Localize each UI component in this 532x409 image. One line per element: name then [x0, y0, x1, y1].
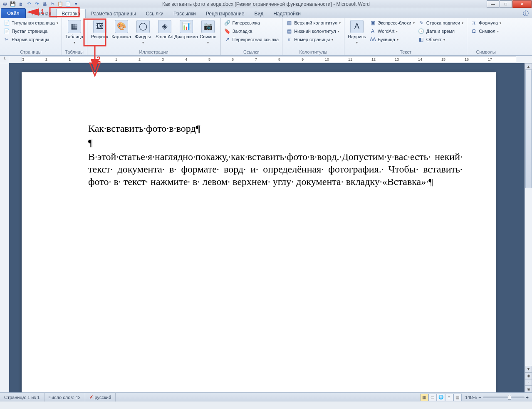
page-number-label: Номер страницы [294, 37, 330, 42]
zoom-slider[interactable] [483, 397, 525, 398]
signature-line-button[interactable]: ✎Строка подписи [417, 19, 464, 27]
maximize-button[interactable]: □ [500, 0, 512, 8]
scroll-down-button[interactable]: ▼ [525, 366, 532, 372]
full-screen-view[interactable]: ▭ [428, 394, 437, 401]
date-time-icon: 🕒 [418, 28, 425, 34]
next-page-button[interactable]: ◉ [525, 386, 532, 392]
word-logo-icon: W [2, 1, 8, 7]
copy-icon[interactable]: 📋 [57, 1, 64, 7]
shapes-label: Фигуры [134, 34, 152, 45]
picture-button[interactable]: 🖼Рисунок [90, 19, 110, 40]
quick-print-icon[interactable]: 🗎 [17, 1, 24, 7]
bookmark-button[interactable]: 🔖Закладка [223, 27, 280, 35]
cover-page-button[interactable]: 📄Титульная страница [2, 19, 59, 27]
group-links: 🔗Гиперссылка 🔖Закладка ↗Перекрестная ссы… [221, 18, 283, 55]
print-icon[interactable]: 🖶 [41, 1, 48, 7]
document-scroll-area[interactable]: Как·вставить·фото·в·ворд¶ ¶ В·этой·стать… [9, 63, 525, 392]
cut-icon[interactable]: ✂ [49, 1, 56, 7]
zoom-knob[interactable] [508, 395, 511, 400]
cross-ref-button[interactable]: ↗Перекрестная ссылка [223, 36, 280, 43]
symbol-button[interactable]: ΩСимвол [470, 27, 502, 35]
page-break-button[interactable]: ✂Разрыв страницы [2, 36, 59, 43]
status-language[interactable]: ✗ русский [85, 393, 116, 402]
zoom-out-button[interactable]: − [478, 395, 481, 400]
browse-object-button[interactable]: ◦ [525, 379, 532, 386]
scroll-thumb[interactable] [525, 70, 532, 188]
horizontal-ruler[interactable]: 3211234567891011121314151617 [22, 56, 516, 62]
minimize-button[interactable]: — [487, 0, 499, 8]
object-button[interactable]: ◧Объект [417, 36, 464, 43]
group-text-label: Текст [347, 49, 464, 55]
page-number-button[interactable]: #Номер страницы [285, 36, 341, 43]
group-text: AНадпись ▣Экспресс-блоки AWordArt ꜲБукви… [344, 18, 467, 55]
prev-page-button[interactable]: ◉ [525, 372, 532, 379]
clipart-button[interactable]: 🎨Картинка [111, 19, 131, 40]
zoom-level[interactable]: 148% [465, 395, 477, 400]
equation-button[interactable]: πФормула [470, 19, 502, 27]
tab-mailings[interactable]: Рассылки [168, 9, 201, 18]
ruler-corner[interactable]: └ [0, 56, 9, 63]
help-icon[interactable]: ⓘ [520, 9, 532, 18]
doc-heading[interactable]: Как·вставить·фото·в·ворд¶ [88, 122, 463, 135]
web-layout-view[interactable]: 🌐 [437, 394, 445, 401]
drop-cap-button[interactable]: ꜲБуквица [369, 36, 416, 43]
tab-review[interactable]: Рецензирование [201, 9, 250, 18]
vertical-ruler[interactable] [0, 63, 9, 392]
zoom-in-button[interactable]: + [526, 395, 529, 400]
smartart-button[interactable]: ◈SmartArt [155, 19, 175, 40]
save-icon[interactable]: 💾 [10, 1, 16, 7]
paste-icon[interactable]: 📄 [65, 1, 72, 7]
doc-empty-para[interactable]: ¶ [88, 136, 463, 149]
header-button[interactable]: ▤Верхний колонтитул [285, 19, 341, 27]
status-bar: Страница: 1 из 1 Число слов: 42 ✗ русски… [0, 392, 532, 402]
tab-references[interactable]: Ссылки [141, 9, 168, 18]
table-button[interactable]: ▦ Таблица [64, 19, 84, 46]
group-illustrations: 🖼Рисунок 🎨Картинка ◯Фигуры ◈SmartArt 📊Ди… [87, 18, 221, 55]
draft-view[interactable]: ▤ [453, 394, 462, 401]
print-layout-view[interactable]: ▦ [420, 394, 428, 401]
close-button[interactable]: ✕ [512, 0, 532, 8]
wordart-icon: A [369, 28, 376, 34]
object-label: Объект [426, 37, 442, 42]
scroll-track[interactable] [525, 70, 532, 366]
outline-view[interactable]: ≡ [445, 394, 453, 401]
ruler-toggle[interactable] [525, 56, 532, 63]
footer-label: Нижний колонтитул [294, 29, 336, 34]
document-page[interactable]: Как·вставить·фото·в·ворд¶ ¶ В·этой·стать… [22, 72, 496, 392]
doc-body[interactable]: В·этой·статье·я·наглядно·покажу,·как·вст… [88, 150, 463, 188]
cross-ref-icon: ↗ [224, 36, 231, 43]
date-time-label: Дата и время [426, 29, 455, 34]
tab-page-layout[interactable]: Разметка страницы [86, 9, 141, 18]
screenshot-button[interactable]: 📷Снимок [198, 19, 218, 46]
quick-parts-button[interactable]: ▣Экспресс-блоки [369, 19, 416, 27]
cover-page-label: Титульная страница [12, 20, 55, 25]
redo-icon[interactable]: ↷ [33, 1, 40, 7]
tab-insert[interactable]: Вставка [56, 9, 86, 18]
status-words[interactable]: Число слов: 42 [45, 393, 85, 402]
blank-page-button[interactable]: 📄Пустая страница [2, 27, 59, 35]
shapes-button[interactable]: ◯Фигуры [133, 19, 153, 46]
tab-addins[interactable]: Надстройки [268, 9, 306, 18]
status-page[interactable]: Страница: 1 из 1 [0, 393, 45, 402]
file-tab[interactable]: Файл [1, 8, 26, 18]
table-icon: ▦ [68, 20, 81, 33]
hyperlink-button[interactable]: 🔗Гиперссылка [223, 19, 280, 27]
chart-button[interactable]: 📊Диаграмма [176, 19, 196, 40]
hyperlink-icon: 🔗 [224, 20, 231, 26]
group-headers-footers-label: Колонтитулы [285, 49, 341, 55]
status-language-label: русский [95, 395, 111, 400]
group-links-label: Ссылки [223, 49, 280, 55]
tab-view[interactable]: Вид [249, 9, 268, 18]
footer-button[interactable]: ▤Нижний колонтитул [285, 27, 341, 35]
vertical-scrollbar[interactable]: ▲ ▼ ◉ ◦ ◉ [525, 63, 532, 392]
wordart-button[interactable]: AWordArt [369, 27, 416, 35]
text-box-button[interactable]: AНадпись [347, 19, 367, 46]
undo-icon[interactable]: ↶ [25, 1, 32, 7]
window-title: Как вставить фото в ворд.docx [Режим огр… [162, 1, 370, 7]
tab-home[interactable]: Главная [27, 9, 57, 18]
qat-menu-icon[interactable]: ▾ [73, 1, 79, 7]
date-time-button[interactable]: 🕒Дата и время [417, 27, 464, 35]
scroll-up-button[interactable]: ▲ [525, 63, 532, 70]
clipart-label: Картинка [111, 34, 131, 39]
screenshot-icon: 📷 [201, 20, 215, 33]
